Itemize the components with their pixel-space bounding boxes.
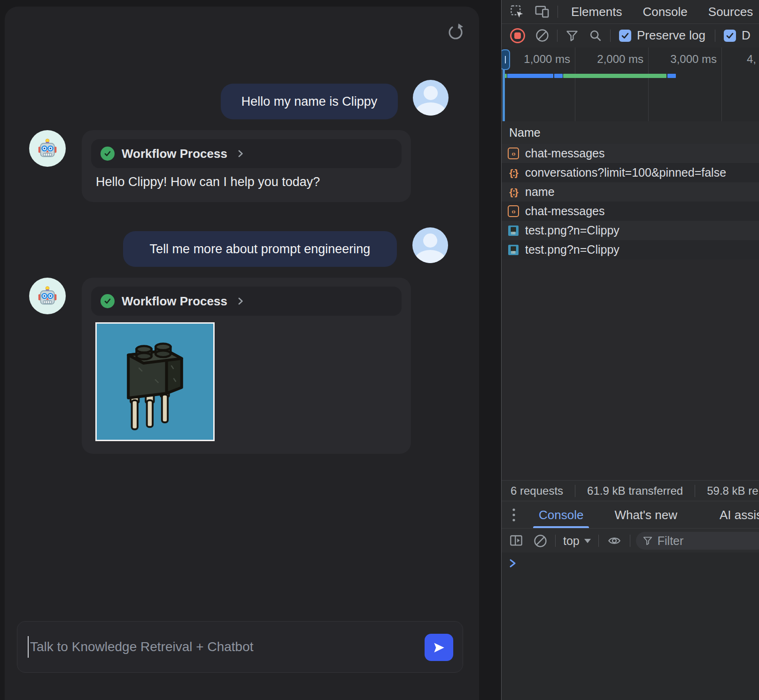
search-icon[interactable]	[589, 29, 602, 42]
inspect-element-icon[interactable]	[510, 5, 524, 19]
request-row[interactable]: ‹› chat-messages	[502, 144, 759, 163]
live-expression-eye-icon[interactable]	[607, 534, 622, 547]
chat-panel: Hello my name is Clippy	[0, 0, 501, 700]
screen: Hello my name is Clippy	[0, 0, 759, 700]
timeline-scrubber-line	[503, 68, 505, 121]
divider	[598, 535, 599, 547]
tab-console[interactable]: Console	[643, 5, 687, 19]
bot-message-card: Workflow Process Hello Clippy! How can I…	[82, 130, 411, 202]
devtools-tabbar: Elements Console Sources	[502, 0, 759, 24]
drawer-tab-whats-new[interactable]: What's new	[614, 508, 677, 522]
success-check-icon	[101, 294, 115, 308]
network-summary-bar: 6 requests 61.9 kB transferred 59.8 kB r…	[502, 480, 759, 501]
workflow-process-toggle[interactable]: Workflow Process	[91, 287, 402, 316]
tick-3000ms: 3,000 ms	[646, 53, 717, 66]
workflow-process-toggle[interactable]: Workflow Process	[91, 139, 402, 168]
transistor-image[interactable]	[95, 322, 215, 441]
tick-2000ms: 2,000 ms	[573, 53, 643, 66]
request-name: chat-messages	[525, 204, 605, 218]
divider	[610, 30, 611, 42]
tick-4000ms: 4,	[747, 53, 759, 66]
request-row[interactable]: test.png?n=Clippy	[502, 240, 759, 259]
person-icon	[424, 86, 438, 100]
user-message-text: Hello my name is Clippy	[241, 94, 378, 109]
json-request-icon: {:}	[508, 167, 519, 179]
context-label: top	[563, 534, 580, 548]
device-toolbar-icon[interactable]	[534, 5, 550, 19]
timeline-scrubber-handle[interactable]	[502, 49, 510, 70]
json-request-icon: {:}	[508, 187, 519, 198]
tab-sources[interactable]: Sources	[708, 5, 753, 19]
request-name: name	[525, 185, 555, 199]
request-name: conversations?limit=100&pinned=false	[525, 166, 726, 179]
request-name: chat-messages	[525, 147, 605, 160]
divider	[555, 535, 556, 547]
success-check-icon	[101, 147, 115, 161]
name-column-label: Name	[509, 126, 541, 140]
drawer-tab-ai-assistance[interactable]: AI assistance	[720, 508, 759, 522]
request-count: 6 requests	[511, 484, 563, 498]
request-row[interactable]: {:} name	[502, 182, 759, 202]
more-options-icon[interactable]	[512, 508, 516, 522]
robot-icon	[37, 286, 58, 306]
request-name: test.png?n=Clippy	[525, 224, 620, 237]
user-message-bubble: Tell me more about prompt engineering	[123, 231, 397, 267]
preserve-log-checkbox[interactable]	[619, 30, 631, 42]
preserve-log-label: Preserve log	[637, 28, 705, 43]
network-overview[interactable]: 1,000 ms 2,000 ms 3,000 ms 4,	[502, 47, 759, 122]
person-icon	[423, 233, 437, 248]
disable-cache-label: D	[742, 28, 751, 43]
document-request-icon: ‹›	[508, 148, 519, 159]
send-icon	[433, 641, 445, 654]
refresh-icon[interactable]	[446, 23, 465, 41]
bot-avatar	[29, 130, 66, 167]
drawer-tab-console[interactable]: Console	[539, 508, 583, 522]
tick-1000ms: 1,000 ms	[502, 53, 570, 66]
workflow-process-label: Workflow Process	[122, 294, 227, 309]
transferred-size: 61.9 kB transferred	[587, 484, 683, 498]
execution-context-selector[interactable]: top	[563, 534, 591, 548]
image-request-icon	[508, 244, 519, 256]
request-row[interactable]: test.png?n=Clippy	[502, 221, 759, 240]
text-caret	[28, 636, 29, 658]
chevron-right-icon	[235, 148, 246, 159]
record-network-log-icon[interactable]	[510, 28, 525, 43]
divider	[557, 30, 558, 42]
bot-message-card: Workflow Process	[82, 278, 411, 454]
chevron-down-icon	[584, 539, 591, 543]
requests-name-header[interactable]: Name	[502, 121, 759, 144]
divider	[715, 30, 715, 42]
chat-input[interactable]: Talk to Knowledge Retreival + Chatbot	[17, 621, 463, 673]
gridline	[721, 47, 722, 121]
divider	[630, 535, 630, 547]
request-row[interactable]: {:} conversations?limit=100&pinned=false	[502, 163, 759, 182]
send-button[interactable]	[425, 634, 453, 661]
filter-placeholder: Filter	[658, 534, 684, 548]
disable-cache-checkbox[interactable]	[724, 30, 736, 42]
user-avatar	[412, 227, 448, 263]
filter-icon[interactable]	[565, 29, 579, 42]
divider	[558, 6, 558, 18]
resources-size: 59.8 kB re	[707, 484, 758, 498]
console-body[interactable]	[502, 552, 759, 700]
divider	[695, 485, 695, 497]
divider	[575, 485, 575, 497]
image-request-icon	[508, 225, 519, 236]
request-row[interactable]: ‹› chat-messages	[502, 202, 759, 221]
chevron-right-icon	[235, 296, 246, 307]
requests-table: ‹› chat-messages {:} conversations?limit…	[502, 144, 759, 259]
workflow-process-label: Workflow Process	[122, 147, 227, 161]
requests-empty-area	[502, 259, 759, 480]
user-message-text: Tell me more about prompt engineering	[150, 242, 371, 257]
network-toolbar: Preserve log D	[502, 23, 759, 48]
drawer-tabbar: Console What's new AI assistance	[502, 501, 759, 529]
clear-network-log-icon[interactable]	[535, 29, 549, 42]
console-toolbar: top Filter	[502, 528, 759, 553]
console-filter-input[interactable]: Filter	[636, 532, 759, 550]
console-sidebar-icon[interactable]	[509, 534, 523, 547]
clear-console-icon[interactable]	[534, 534, 547, 548]
chat-input-placeholder: Talk to Knowledge Retreival + Chatbot	[30, 639, 254, 654]
tab-elements[interactable]: Elements	[571, 5, 622, 19]
console-prompt-icon	[508, 558, 518, 570]
request-name: test.png?n=Clippy	[525, 243, 620, 257]
